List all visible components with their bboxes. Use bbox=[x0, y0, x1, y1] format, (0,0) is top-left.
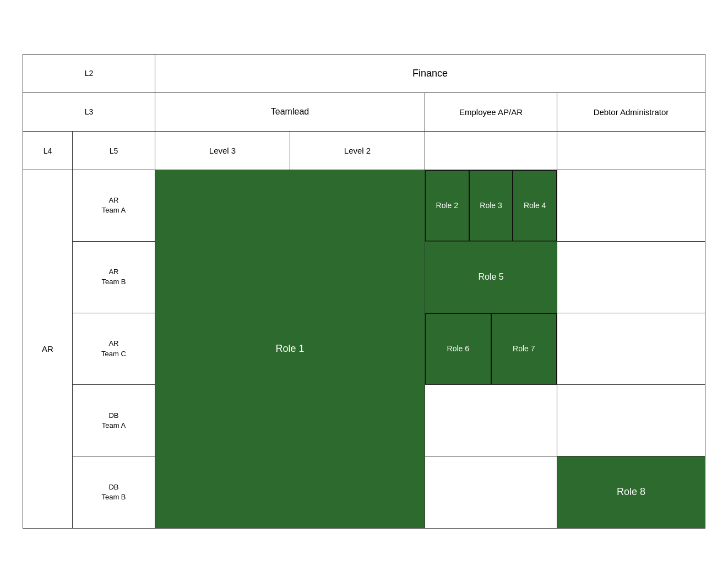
role2-cell: Role 2 bbox=[425, 170, 469, 241]
l5-label-cell: L5 bbox=[73, 132, 155, 170]
header-row-3: L4 L5 Level 3 Level 2 bbox=[23, 132, 705, 170]
debtor-admin-header: Debtor Administrator bbox=[557, 93, 705, 131]
corner-l4-l5: L4 L5 bbox=[23, 132, 155, 170]
debtor-row-ar-a bbox=[557, 170, 705, 242]
debtor-header-spacer bbox=[557, 132, 705, 170]
l4-label-cell: L4 bbox=[23, 132, 73, 170]
role6-cell: Role 6 bbox=[425, 313, 491, 384]
role7-cell: Role 7 bbox=[491, 313, 557, 384]
body-section: AR AR Team A AR Team B AR Team C DB Team… bbox=[23, 170, 705, 528]
l3-label: L3 bbox=[85, 107, 94, 116]
role1-cell: Role 1 bbox=[155, 170, 425, 528]
emp-row-ar-c: Role 6 Role 7 bbox=[425, 313, 557, 385]
role8-cell: Role 8 bbox=[557, 456, 705, 528]
emp-row-ar-a: Role 2 Role 3 Role 4 bbox=[425, 170, 557, 242]
l2-label: L2 bbox=[85, 69, 94, 78]
finance-label: Finance bbox=[412, 68, 448, 79]
header-row-1: L2 Finance bbox=[23, 55, 705, 93]
ar-row-label: AR bbox=[23, 170, 73, 528]
left-labels: AR AR Team A AR Team B AR Team C DB Team… bbox=[23, 170, 155, 528]
db-team-b-label: DB Team B bbox=[73, 456, 155, 527]
debtor-admin-col: Role 8 bbox=[557, 170, 705, 528]
emp-row-db-b bbox=[425, 456, 557, 528]
role5-cell: Role 5 bbox=[425, 242, 557, 313]
db-team-a-label: DB Team A bbox=[73, 385, 155, 456]
emp-header-spacer bbox=[425, 132, 557, 170]
debtor-row-ar-c bbox=[557, 313, 705, 385]
level3-header: Level 3 bbox=[155, 132, 290, 170]
teamlead-header: Teamlead bbox=[155, 93, 425, 131]
corner-l3: L3 bbox=[23, 93, 155, 131]
ar-team-b-label: AR Team B bbox=[73, 242, 155, 313]
corner-l2: L2 bbox=[23, 55, 155, 93]
level2-header: Level 2 bbox=[290, 132, 425, 170]
finance-header: Finance bbox=[155, 55, 705, 93]
role3-cell: Role 3 bbox=[469, 170, 513, 241]
matrix-container: L2 Finance L3 Teamlead Employee AP/AR De… bbox=[23, 54, 705, 529]
debtor-row-db-a bbox=[557, 385, 705, 456]
ar-team-c-label: AR Team C bbox=[73, 313, 155, 385]
emp-ap-ar-col: Role 2 Role 3 Role 4 Role 5 Role 6 Rol bbox=[425, 170, 557, 528]
emp-ap-ar-header: Employee AP/AR bbox=[425, 93, 557, 131]
debtor-row-ar-b bbox=[557, 242, 705, 313]
emp-row-db-a bbox=[425, 385, 557, 457]
ar-team-a-label: AR Team A bbox=[73, 170, 155, 242]
header-row-2: L3 Teamlead Employee AP/AR Debtor Admini… bbox=[23, 93, 705, 132]
role4-cell: Role 4 bbox=[513, 170, 557, 241]
sub-labels-col: AR Team A AR Team B AR Team C DB Team A … bbox=[73, 170, 155, 528]
